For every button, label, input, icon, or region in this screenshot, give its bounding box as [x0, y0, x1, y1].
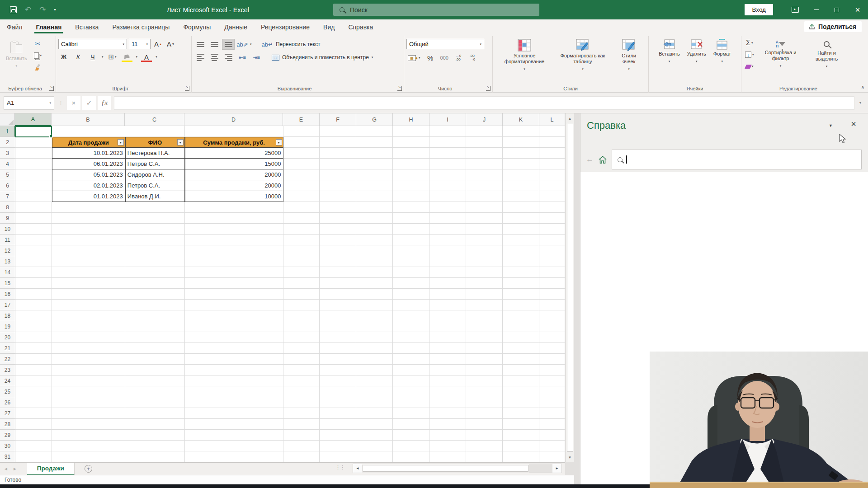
cell-C10[interactable] [125, 224, 185, 235]
cell-E28[interactable] [283, 419, 320, 430]
cell-C29[interactable] [125, 430, 185, 441]
cell-B8[interactable] [52, 202, 125, 213]
format-painter-button[interactable] [33, 62, 43, 72]
cell-J3[interactable] [466, 148, 503, 159]
cell-K26[interactable] [503, 397, 539, 408]
cell-G24[interactable] [356, 375, 393, 386]
cell-E20[interactable] [283, 332, 320, 343]
cell-A4[interactable] [15, 159, 52, 169]
row-header-31[interactable]: 31 [0, 451, 15, 462]
insert-cells-button[interactable]: Вставить▾ [656, 37, 683, 66]
cell-E26[interactable] [283, 397, 320, 408]
cell-I2[interactable] [429, 137, 466, 148]
cell-D23[interactable] [185, 365, 283, 375]
cell-C15[interactable] [125, 278, 185, 289]
cell-E11[interactable] [283, 235, 320, 245]
cell-I9[interactable] [429, 213, 466, 224]
column-header-D[interactable]: D [184, 113, 283, 126]
scroll-left-icon[interactable]: ◄ [353, 464, 362, 473]
cell-F4[interactable] [320, 159, 356, 169]
row-header-9[interactable]: 9 [0, 213, 15, 224]
undo-icon[interactable]: ↶ [25, 5, 31, 14]
sheet-tab-prodazhi[interactable]: Продажи [27, 463, 75, 475]
share-button[interactable]: Поделиться [804, 21, 862, 32]
select-all-corner[interactable] [0, 113, 15, 126]
save-icon[interactable] [10, 6, 17, 13]
cell-J9[interactable] [466, 213, 503, 224]
cell-I29[interactable] [429, 430, 466, 441]
cell-A11[interactable] [15, 235, 52, 245]
cell-E29[interactable] [283, 430, 320, 441]
cell-B21[interactable] [52, 343, 125, 354]
row-header-7[interactable]: 7 [0, 191, 15, 202]
cell-F10[interactable] [320, 224, 356, 235]
cell-B12[interactable] [52, 245, 125, 256]
horizontal-scroll-thumb[interactable] [363, 465, 528, 472]
cell-L16[interactable] [539, 289, 565, 300]
cell-C17[interactable] [125, 300, 185, 310]
table-header-2[interactable]: ФИО▼ [125, 137, 185, 148]
cell-D6[interactable]: 20000 [185, 180, 283, 191]
cell-A26[interactable] [15, 397, 52, 408]
row-header-27[interactable]: 27 [0, 408, 15, 419]
cell-E7[interactable] [283, 191, 320, 202]
vertical-scroll-thumb[interactable] [567, 124, 573, 452]
column-header-G[interactable]: G [356, 113, 393, 126]
cell-E1[interactable] [283, 126, 320, 137]
cell-C5[interactable]: Сидоров А.Н. [125, 169, 185, 180]
cell-L13[interactable] [539, 256, 565, 267]
cell-K17[interactable] [503, 300, 539, 310]
row-header-1[interactable]: 1 [0, 126, 15, 137]
cell-F2[interactable] [320, 137, 356, 148]
cell-K18[interactable] [503, 310, 539, 321]
cell-F22[interactable] [320, 354, 356, 365]
cell-H19[interactable] [393, 321, 429, 332]
collapse-ribbon-icon[interactable]: ∧ [861, 84, 864, 89]
cell-L24[interactable] [539, 375, 565, 386]
cell-E19[interactable] [283, 321, 320, 332]
filter-dropdown-icon[interactable]: ▼ [118, 139, 124, 145]
cell-G22[interactable] [356, 354, 393, 365]
cell-B23[interactable] [52, 365, 125, 375]
tab-help[interactable]: Справка [341, 19, 380, 35]
column-header-C[interactable]: C [125, 113, 184, 126]
cell-H6[interactable] [393, 180, 429, 191]
cell-H24[interactable] [393, 375, 429, 386]
cell-L26[interactable] [539, 397, 565, 408]
cell-C13[interactable] [125, 256, 185, 267]
cell-A29[interactable] [15, 430, 52, 441]
cell-C24[interactable] [125, 375, 185, 386]
cell-D11[interactable] [185, 235, 283, 245]
cell-J16[interactable] [466, 289, 503, 300]
cell-B27[interactable] [52, 408, 125, 419]
cell-K21[interactable] [503, 343, 539, 354]
cell-E5[interactable] [283, 169, 320, 180]
cell-H11[interactable] [393, 235, 429, 245]
row-header-17[interactable]: 17 [0, 300, 15, 310]
cell-B30[interactable] [52, 441, 125, 451]
cell-B31[interactable] [52, 451, 125, 462]
cell-I8[interactable] [429, 202, 466, 213]
redo-icon[interactable]: ↷ [39, 5, 46, 14]
paste-button[interactable]: Вставить ▾ [3, 39, 30, 70]
confirm-entry-button[interactable]: ✓ [82, 96, 96, 110]
row-header-28[interactable]: 28 [0, 419, 15, 430]
ribbon-display-options-button[interactable] [785, 0, 806, 19]
cell-H3[interactable] [393, 148, 429, 159]
search-box[interactable]: Поиск [333, 4, 539, 16]
cell-H4[interactable] [393, 159, 429, 169]
cell-K5[interactable] [503, 169, 539, 180]
cell-E2[interactable] [283, 137, 320, 148]
row-header-23[interactable]: 23 [0, 365, 15, 375]
cell-D4[interactable]: 15000 [185, 159, 283, 169]
cell-E15[interactable] [283, 278, 320, 289]
insert-function-button[interactable]: ƒx [98, 96, 111, 110]
row-header-14[interactable]: 14 [0, 267, 15, 278]
cell-L11[interactable] [539, 235, 565, 245]
tab-formulas[interactable]: Формулы [176, 19, 217, 35]
cell-D13[interactable] [185, 256, 283, 267]
cell-E9[interactable] [283, 213, 320, 224]
cell-F5[interactable] [320, 169, 356, 180]
column-header-E[interactable]: E [283, 113, 320, 126]
row-header-20[interactable]: 20 [0, 332, 15, 343]
